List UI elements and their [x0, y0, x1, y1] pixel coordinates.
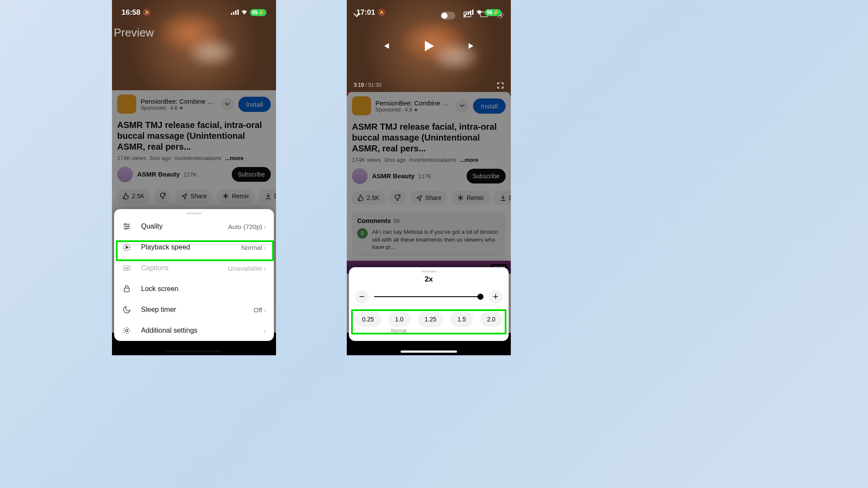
speed-presets-row: 0.25 1.0 1.25 1.5 2.0 — [349, 310, 509, 327]
comments-label: Comments — [357, 217, 391, 224]
subscribe-button[interactable]: Subscribe — [232, 167, 271, 182]
prev-icon[interactable] — [381, 41, 391, 52]
video-meta[interactable]: 174K views 3mo ago #unintentionalasmr ..… — [117, 155, 271, 161]
battery-indicator: 95⚡ — [250, 9, 266, 16]
svg-rect-12 — [466, 13, 467, 15]
share-button[interactable]: Share — [175, 189, 213, 203]
ad-title: PensionBee: Combine Pen... — [141, 98, 217, 105]
download-button[interactable]: Download — [493, 191, 511, 205]
player-time: 3:19 / 51:30 — [354, 82, 381, 90]
commenter-avatar: B — [357, 228, 368, 239]
battery-indicator: 96⚡ — [485, 9, 501, 16]
share-button[interactable]: Share — [410, 191, 447, 205]
sheet-handle[interactable] — [186, 213, 202, 214]
wifi-icon — [476, 8, 483, 17]
svg-rect-13 — [468, 12, 469, 15]
preview-label: Preview — [114, 26, 154, 39]
menu-additional-settings[interactable]: Additional settings › — [114, 320, 274, 341]
signal-icon — [231, 8, 239, 17]
speed-preset-4[interactable]: 2.0 — [480, 311, 502, 327]
remix-button[interactable]: Remix — [216, 189, 255, 203]
speed-decrease-button[interactable]: − — [355, 290, 369, 304]
ad-title: PensionBee: Combine Pen... — [375, 99, 451, 107]
sponsored-ad[interactable]: PensionBee: Combine Pen... Sponsored · 4… — [347, 92, 511, 120]
status-bar: 16:58 🔕 95⚡ — [112, 0, 276, 22]
dislike-button[interactable] — [154, 189, 171, 203]
channel-name[interactable]: ASMR Beauty — [372, 172, 414, 180]
fullscreen-icon[interactable] — [497, 82, 504, 90]
ad-app-icon — [352, 96, 371, 115]
home-indicator[interactable] — [166, 350, 222, 353]
svg-rect-3 — [237, 10, 239, 15]
slider-knob[interactable] — [477, 294, 483, 300]
next-icon[interactable] — [467, 41, 477, 52]
svg-rect-14 — [470, 10, 471, 15]
speed-increase-button[interactable]: + — [489, 290, 503, 304]
speed-value: 2x — [349, 275, 509, 284]
ad-meta: Sponsored · 4.8 ★ — [375, 107, 451, 113]
status-bar: 17:01 🔕 96⚡ — [347, 0, 511, 22]
channel-avatar[interactable] — [117, 167, 133, 182]
channel-subs: 117K — [418, 173, 431, 180]
menu-sleep-timer[interactable]: Sleep timer Off › — [114, 299, 274, 320]
speed-preset-1[interactable]: 1.0 — [388, 311, 410, 327]
status-time: 17:01 — [356, 8, 375, 17]
settings-sheet: Quality Auto (720p) › Playback speed Nor… — [114, 209, 274, 341]
wifi-icon — [241, 8, 248, 17]
ad-expand-icon[interactable] — [221, 98, 234, 111]
remix-button[interactable]: Remix — [451, 191, 490, 205]
dislike-button[interactable] — [389, 191, 406, 205]
dnd-icon: 🔕 — [378, 9, 386, 16]
sliders-icon — [122, 222, 132, 231]
video-meta[interactable]: 174K views 3mo ago #unintentionalasmr ..… — [352, 157, 506, 163]
subscribe-button[interactable]: Subscribe — [467, 169, 506, 183]
comment-text: All i can say Melissa is if you've got a… — [372, 228, 500, 251]
comments-count: 99 — [394, 218, 400, 224]
sheet-handle[interactable] — [421, 271, 437, 272]
channel-avatar[interactable] — [352, 168, 368, 184]
speed-preset-3[interactable]: 1.5 — [450, 311, 473, 327]
dnd-icon: 🔕 — [143, 9, 151, 16]
ad-expand-icon[interactable] — [456, 99, 469, 112]
svg-text:CC: CC — [125, 267, 129, 270]
speed-sheet: 2x − + 0.25 1.0 1.25 1.5 2.0 Normal — [349, 267, 509, 341]
moon-icon — [122, 305, 132, 314]
ad-meta: Sponsored · 4.8 ★ — [141, 105, 217, 111]
svg-rect-0 — [231, 13, 232, 15]
lock-icon — [122, 284, 132, 294]
menu-quality[interactable]: Quality Auto (720p) › — [114, 216, 274, 237]
play-icon[interactable] — [421, 38, 437, 56]
status-time: 16:58 — [122, 8, 140, 17]
speed-preset-0[interactable]: 0.25 — [355, 311, 381, 327]
ad-app-icon — [117, 95, 136, 114]
video-title[interactable]: ASMR TMJ release facial, intra-oral bucc… — [352, 121, 506, 154]
gear-icon — [122, 326, 132, 335]
sponsored-ad[interactable]: PensionBee: Combine Pen... Sponsored · 4… — [112, 90, 276, 118]
svg-rect-15 — [472, 10, 473, 15]
like-button[interactable]: 2.5K — [351, 191, 385, 205]
menu-speed-label: Playback speed — [141, 243, 190, 251]
menu-playback-speed[interactable]: Playback speed Normal › — [114, 237, 274, 258]
comments-section[interactable]: Comments99 B All i can say Melissa is if… — [352, 212, 506, 256]
menu-lock-screen[interactable]: Lock screen — [114, 278, 274, 299]
svg-rect-10 — [124, 288, 129, 291]
like-button[interactable]: 2.5K — [116, 189, 151, 203]
menu-sleep-label: Sleep timer — [141, 306, 176, 314]
video-title[interactable]: ASMR TMJ release facial, intra-oral bucc… — [117, 120, 271, 152]
channel-name[interactable]: ASMR Beauty — [137, 170, 180, 178]
speed-preset-2[interactable]: 1.25 — [418, 311, 443, 327]
channel-subs: 117K — [184, 171, 197, 178]
svg-point-6 — [125, 228, 127, 229]
install-button[interactable]: Install — [238, 97, 271, 112]
menu-captions: CC Captions Unavailable › — [114, 258, 274, 278]
download-button[interactable]: Download — [259, 189, 276, 203]
menu-lock-label: Lock screen — [141, 285, 178, 293]
menu-additional-label: Additional settings — [141, 327, 197, 334]
speed-slider[interactable] — [374, 296, 483, 297]
install-button[interactable]: Install — [473, 98, 506, 114]
speed-icon — [122, 242, 132, 252]
svg-rect-1 — [233, 12, 234, 15]
home-indicator[interactable] — [401, 350, 457, 353]
svg-point-11 — [126, 330, 128, 332]
svg-rect-2 — [235, 10, 237, 15]
